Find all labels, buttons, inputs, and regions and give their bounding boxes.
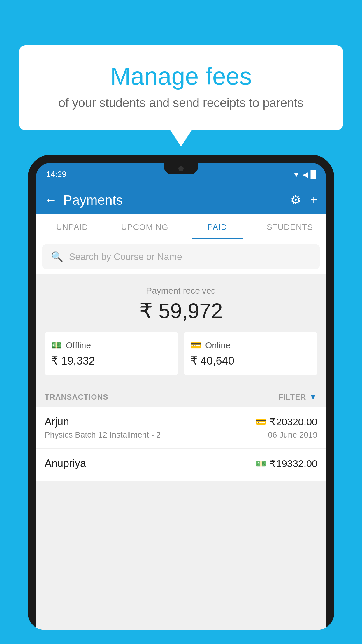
filter-label: FILTER [278,393,306,402]
signal-icon: ◀ [303,170,308,179]
search-input[interactable]: Search by Course or Name [69,251,182,262]
transaction-date: 06 June 2019 [268,430,317,440]
payment-summary: Payment received ₹ 59,972 💵 Offline ₹ 19… [36,274,326,384]
payment-total: ₹ 59,972 [45,299,317,323]
status-icons: ▼ ◀ █ [293,170,316,179]
transaction-amount: ₹19332.00 [270,458,317,469]
filter-icon: ▼ [309,392,317,402]
offline-card-top: 💵 Offline [51,340,172,350]
online-card-top: 💳 Online [190,340,311,350]
transactions-header: TRANSACTIONS FILTER ▼ [36,384,326,407]
battery-icon: █ [311,170,316,179]
app-header: ← Payments ⚙ + [36,186,326,214]
transaction-detail: Physics Batch 12 Installment - 2 [45,430,161,440]
transactions-label: TRANSACTIONS [45,393,108,402]
search-bar[interactable]: 🔍 Search by Course or Name [42,244,320,269]
payment-received-label: Payment received [45,286,317,296]
gear-icon[interactable]: ⚙ [290,193,301,207]
table-row[interactable]: Anupriya 💵 ₹19332.00 [36,449,326,481]
tab-paid[interactable]: PAID [181,214,254,239]
camera-dot [178,166,184,171]
card-payment-icon: 💳 [256,417,266,427]
wifi-icon: ▼ [293,170,300,179]
speech-bubble: Manage fees of your students and send re… [19,45,343,130]
tab-students[interactable]: STUDENTS [254,214,326,239]
search-icon: 🔍 [51,251,63,262]
cash-payment-icon: 💵 [256,459,266,468]
app-screen: ← Payments ⚙ + UNPAID UPCOMING PAID STUD… [36,186,326,630]
page-title: Payments [63,192,123,208]
phone-frame: 14:29 ▼ ◀ █ ← Payments ⚙ + [28,155,334,630]
phone-container: 14:29 ▼ ◀ █ ← Payments ⚙ + [28,155,334,644]
phone-notch [164,163,198,174]
transaction-bottom: Physics Batch 12 Installment - 2 06 June… [45,430,317,440]
transaction-amount: ₹20320.00 [270,416,317,428]
transaction-name: Arjun [45,416,69,428]
back-button[interactable]: ← [45,194,57,206]
speech-bubble-container: Manage fees of your students and send re… [19,45,343,130]
transaction-top: Anupriya 💵 ₹19332.00 [45,457,317,470]
transaction-name: Anupriya [45,457,86,470]
filter-button[interactable]: FILTER ▼ [278,392,317,402]
online-icon: 💳 [190,340,201,350]
status-bar: 14:29 ▼ ◀ █ [36,163,326,186]
transaction-amount-wrap: 💳 ₹20320.00 [256,416,317,428]
tab-upcoming[interactable]: UPCOMING [108,214,181,239]
offline-label: Offline [66,340,91,350]
tab-unpaid[interactable]: UNPAID [36,214,108,239]
plus-icon[interactable]: + [310,193,317,207]
offline-icon: 💵 [51,340,62,350]
status-time: 14:29 [46,170,66,179]
online-amount: ₹ 40,640 [190,354,311,367]
payment-cards: 💵 Offline ₹ 19,332 💳 Online ₹ 40,640 [45,332,317,375]
online-label: Online [205,340,231,350]
bubble-title: Manage fees [39,63,323,90]
transaction-top: Arjun 💳 ₹20320.00 [45,416,317,428]
offline-amount: ₹ 19,332 [51,354,172,367]
offline-card: 💵 Offline ₹ 19,332 [45,332,178,375]
header-right: ⚙ + [290,193,317,207]
header-left: ← Payments [45,192,123,208]
transaction-amount-wrap: 💵 ₹19332.00 [256,458,317,469]
bubble-subtitle: of your students and send receipts to pa… [39,96,323,110]
search-container: 🔍 Search by Course or Name [36,239,326,274]
tabs-container: UNPAID UPCOMING PAID STUDENTS [36,214,326,239]
online-card: 💳 Online ₹ 40,640 [184,332,317,375]
table-row[interactable]: Arjun 💳 ₹20320.00 Physics Batch 12 Insta… [36,407,326,449]
